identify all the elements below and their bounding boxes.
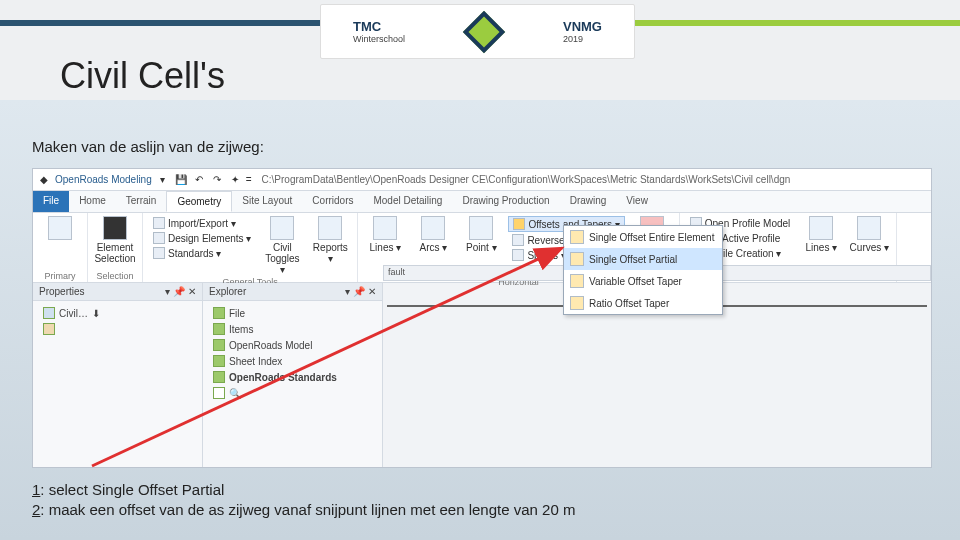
undo-icon[interactable]: ↶ [192, 173, 206, 187]
arc-icon [421, 216, 445, 240]
pointer-icon[interactable]: ✦ [228, 173, 242, 187]
app-window: ◆ OpenRoads Modeling ▾ 💾 ↶ ↷ ✦ = C:\Prog… [32, 168, 932, 468]
cursor-icon [103, 216, 127, 240]
file-icon [213, 307, 225, 319]
step2-text: : maak een offset van de as zijweg vanaf… [40, 501, 575, 518]
slide-subtitle: Maken van de aslijn van de zijweg: [32, 138, 264, 155]
panel-controls[interactable]: ▾ 📌 ✕ [345, 286, 376, 297]
explorer-node-openroads-model[interactable]: OpenRoads Model [209, 337, 376, 353]
items-icon [213, 323, 225, 335]
design-icon [153, 232, 165, 244]
diamond-icon [463, 10, 505, 52]
tab-drawing-production[interactable]: Drawing Production [452, 191, 559, 212]
offset-icon [513, 218, 525, 230]
tab-site-layout[interactable]: Site Layout [232, 191, 302, 212]
line-icon [373, 216, 397, 240]
design-elements-btn[interactable]: Design Elements ▾ [149, 231, 255, 245]
explorer-panel: Explorer ▾ 📌 ✕ File Items OpenRoads Mode… [203, 283, 383, 467]
explorer-header: Explorer ▾ 📌 ✕ [203, 283, 382, 301]
explorer-node-file[interactable]: File [209, 305, 376, 321]
properties-item[interactable]: Civil… ⬇ [39, 305, 196, 321]
tab-view[interactable]: View [616, 191, 658, 212]
ribbon-tabs: File Home Terrain Geometry Site Layout C… [33, 191, 931, 213]
element-selection-btn[interactable]: Element Selection [94, 216, 136, 264]
explorer-node-standards[interactable]: OpenRoads Standards [209, 369, 376, 385]
save-icon[interactable]: 💾 [174, 173, 188, 187]
tmc-logo: TMC Winterschool [353, 19, 405, 44]
group-selection: Element Selection Selection [88, 213, 143, 282]
lines-btn[interactable]: Lines ▾ [364, 216, 406, 253]
import-icon [153, 217, 165, 229]
arcs-btn[interactable]: Arcs ▾ [412, 216, 454, 253]
page-title: Civil Cell's [60, 55, 225, 97]
dropdown-icon[interactable]: ▾ [156, 173, 170, 187]
vnmg-logo: VNMG 2019 [563, 19, 602, 44]
app-icon: ◆ [37, 173, 51, 187]
dropdown-item-single-offset-partial[interactable]: Single Offset Partial [564, 248, 722, 270]
spiral-icon [512, 249, 524, 261]
attach-icon [48, 216, 72, 240]
standards-icon [153, 247, 165, 259]
brush-icon [43, 323, 55, 335]
tab-file[interactable]: File [33, 191, 69, 212]
group-primary: Primary [33, 213, 88, 282]
dropdown-item-single-offset-entire[interactable]: Single Offset Entire Element [564, 226, 722, 248]
app-titlebar: ◆ OpenRoads Modeling ▾ 💾 ↶ ↷ ✦ = C:\Prog… [33, 169, 931, 191]
instructions: 1: select Single Offset Partial 2: maak … [32, 480, 575, 521]
offset-partial-icon [570, 252, 584, 266]
dropdown-item-ratio-offset-taper[interactable]: Ratio Offset Taper [564, 292, 722, 314]
search-icon [213, 387, 225, 399]
reports-icon [318, 216, 342, 240]
vline-icon [809, 216, 833, 240]
vcurve-icon [857, 216, 881, 240]
file-path: C:\ProgramData\Bentley\OpenRoads Designe… [262, 174, 791, 185]
tab-drawing[interactable]: Drawing [560, 191, 617, 212]
toggles-icon [270, 216, 294, 240]
tab-corridors[interactable]: Corridors [302, 191, 363, 212]
explorer-node-items[interactable]: Items [209, 321, 376, 337]
primary-btn[interactable] [39, 216, 81, 242]
reports-btn[interactable]: Reports ▾ [309, 216, 351, 264]
offset-entire-icon [570, 230, 584, 244]
properties-header: Properties ▾ 📌 ✕ [33, 283, 202, 301]
point-btn[interactable]: Point ▾ [460, 216, 502, 253]
redo-icon[interactable]: ↷ [210, 173, 224, 187]
reverse-icon [512, 234, 524, 246]
step1-text: : select Single Offset Partial [40, 481, 224, 498]
civil-toggles-btn[interactable]: Civil Toggles ▾ [261, 216, 303, 275]
properties-panel: Properties ▾ 📌 ✕ Civil… ⬇ [33, 283, 203, 467]
logo-block: TMC Winterschool VNMG 2019 [320, 4, 635, 59]
sheet-icon [213, 355, 225, 367]
workflow-selector[interactable]: OpenRoads Modeling [55, 174, 152, 185]
tab-model-detailing[interactable]: Model Detailing [363, 191, 452, 212]
tab-geometry[interactable]: Geometry [166, 191, 232, 212]
tab-terrain[interactable]: Terrain [116, 191, 167, 212]
ratio-taper-icon [570, 296, 584, 310]
variable-taper-icon [570, 274, 584, 288]
point-icon [469, 216, 493, 240]
properties-toolbar[interactable] [39, 321, 196, 337]
standards-node-icon [213, 371, 225, 383]
dropdown-item-variable-offset-taper[interactable]: Variable Offset Taper [564, 270, 722, 292]
import-export-btn[interactable]: Import/Export ▾ [149, 216, 255, 230]
v-curves-btn[interactable]: Curves ▾ [848, 216, 890, 253]
panel-controls[interactable]: ▾ 📌 ✕ [165, 286, 196, 297]
tab-home[interactable]: Home [69, 191, 116, 212]
civil-icon [43, 307, 55, 319]
explorer-search[interactable]: 🔍 [209, 385, 376, 401]
group-general-tools: Import/Export ▾ Design Elements ▾ Standa… [143, 213, 358, 282]
offsets-dropdown: Single Offset Entire Element Single Offs… [563, 225, 723, 315]
standards-btn[interactable]: Standards ▾ [149, 246, 255, 260]
model-icon [213, 339, 225, 351]
explorer-node-sheet-index[interactable]: Sheet Index [209, 353, 376, 369]
v-lines-btn[interactable]: Lines ▾ [800, 216, 842, 253]
